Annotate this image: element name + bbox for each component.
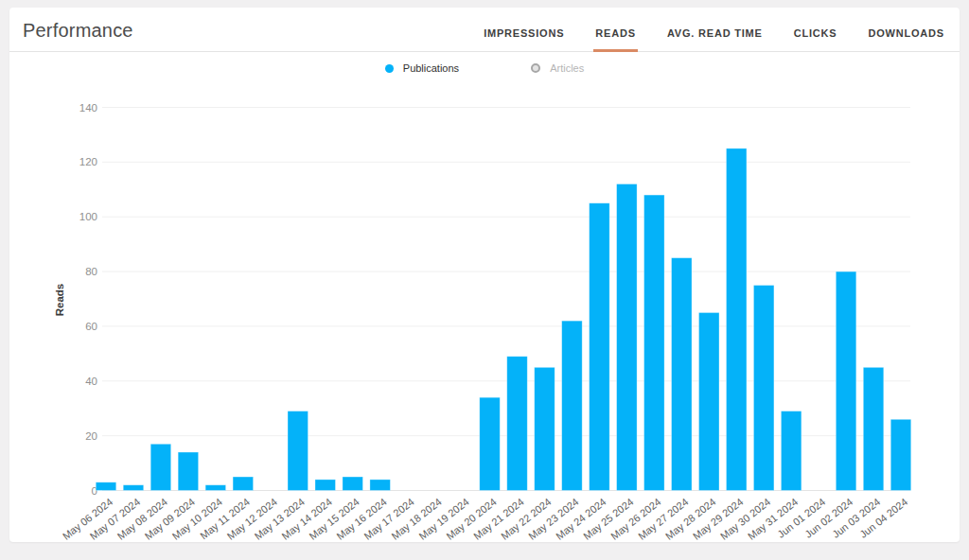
bar-may-06-2024[interactable] xyxy=(96,482,116,491)
bar-jun-03-2024[interactable] xyxy=(863,367,884,490)
tab-clicks[interactable]: CLICKS xyxy=(792,27,839,51)
legend-label: Publications xyxy=(403,62,459,74)
bar-may-08-2024[interactable] xyxy=(150,444,171,490)
bar-may-25-2024[interactable] xyxy=(617,184,638,491)
bar-may-24-2024[interactable] xyxy=(590,203,610,491)
bar-may-16-2024[interactable] xyxy=(370,480,391,491)
y-tick-label: 140 xyxy=(79,102,97,114)
bar-may-15-2024[interactable] xyxy=(343,477,363,490)
bar-may-23-2024[interactable] xyxy=(562,321,583,490)
bar-may-10-2024[interactable] xyxy=(205,485,226,491)
bar-may-20-2024[interactable] xyxy=(480,397,500,490)
bar-may-21-2024[interactable] xyxy=(507,357,528,491)
page-title: Performance xyxy=(23,20,133,51)
y-tick-label: 60 xyxy=(85,321,97,332)
reads-bar-chart: 020406080100120140May 06 2024May 07 2024… xyxy=(9,8,960,542)
legend: PublicationsArticles xyxy=(9,62,960,74)
publications-series-dot-icon xyxy=(385,64,394,73)
bar-jun-02-2024[interactable] xyxy=(836,271,856,490)
bar-may-09-2024[interactable] xyxy=(178,452,199,491)
bar-may-29-2024[interactable] xyxy=(726,149,747,491)
legend-label: Articles xyxy=(550,62,584,74)
tab-reads[interactable]: READS xyxy=(593,27,638,51)
articles-series-dot-icon xyxy=(531,63,540,73)
bar-may-11-2024[interactable] xyxy=(233,477,253,490)
tab-impressions[interactable]: IMPRESSIONS xyxy=(482,27,566,51)
y-axis-title: Reads xyxy=(54,284,65,317)
y-tick-label: 40 xyxy=(85,376,97,387)
tab-downloads[interactable]: DOWNLOADS xyxy=(866,27,946,51)
bar-may-28-2024[interactable] xyxy=(698,312,719,490)
bar-may-07-2024[interactable] xyxy=(123,485,144,491)
bar-may-22-2024[interactable] xyxy=(535,367,555,490)
y-tick-label: 100 xyxy=(79,211,97,222)
bar-jun-04-2024[interactable] xyxy=(890,419,911,490)
tabs: IMPRESSIONSREADSAVG. READ TIMECLICKSDOWN… xyxy=(482,8,946,51)
tab-avg-read-time[interactable]: AVG. READ TIME xyxy=(665,27,765,51)
bar-may-30-2024[interactable] xyxy=(753,286,774,491)
bar-may-26-2024[interactable] xyxy=(644,195,665,490)
bar-may-14-2024[interactable] xyxy=(315,480,336,491)
bar-may-31-2024[interactable] xyxy=(781,411,802,491)
performance-card: Performance IMPRESSIONSREADSAVG. READ TI… xyxy=(9,8,960,542)
card-header: Performance IMPRESSIONSREADSAVG. READ TI… xyxy=(9,8,960,52)
y-tick-label: 20 xyxy=(85,430,97,442)
y-tick-label: 80 xyxy=(85,266,97,277)
bar-may-13-2024[interactable] xyxy=(288,411,308,491)
bar-may-27-2024[interactable] xyxy=(672,258,693,491)
y-tick-label: 120 xyxy=(79,156,97,167)
legend-item-publications[interactable]: Publications xyxy=(385,62,459,74)
legend-item-articles[interactable]: Articles xyxy=(531,62,584,74)
